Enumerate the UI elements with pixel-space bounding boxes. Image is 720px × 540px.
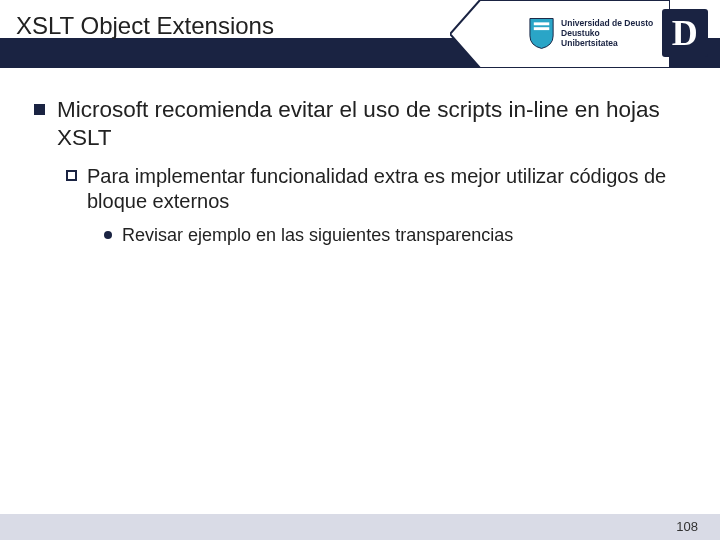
slide-header: XSLT Object Extensions Universidad de De…	[0, 0, 720, 68]
l1-text: Microsoft recomienda evitar el uso de sc…	[57, 96, 686, 152]
logo-line1: Universidad de Deusto	[561, 18, 656, 28]
logo-line2: Deustuko Unibertsitatea	[561, 28, 656, 48]
square-bullet-icon	[34, 104, 45, 115]
page-number: 108	[676, 519, 698, 534]
bullet-level2: Para implementar funcionalidad extra es …	[66, 164, 686, 214]
svg-rect-2	[534, 27, 549, 30]
university-logo: Universidad de Deusto Deustuko Unibertsi…	[528, 4, 708, 62]
slide-footer: 108	[0, 514, 720, 540]
slide-content: Microsoft recomienda evitar el uso de sc…	[0, 68, 720, 247]
hollow-square-bullet-icon	[66, 170, 77, 181]
svg-rect-1	[534, 22, 549, 25]
bullet-level3: Revisar ejemplo en las siguientes transp…	[104, 224, 686, 247]
logo-text: Universidad de Deusto Deustuko Unibertsi…	[561, 18, 656, 49]
shield-icon	[528, 16, 555, 50]
l2-text: Para implementar funcionalidad extra es …	[87, 164, 686, 214]
logo-letter-badge: D	[662, 9, 708, 57]
dot-bullet-icon	[104, 231, 112, 239]
slide-title: XSLT Object Extensions	[16, 12, 274, 40]
l3-text: Revisar ejemplo en las siguientes transp…	[122, 224, 513, 247]
bullet-level1: Microsoft recomienda evitar el uso de sc…	[34, 96, 686, 152]
